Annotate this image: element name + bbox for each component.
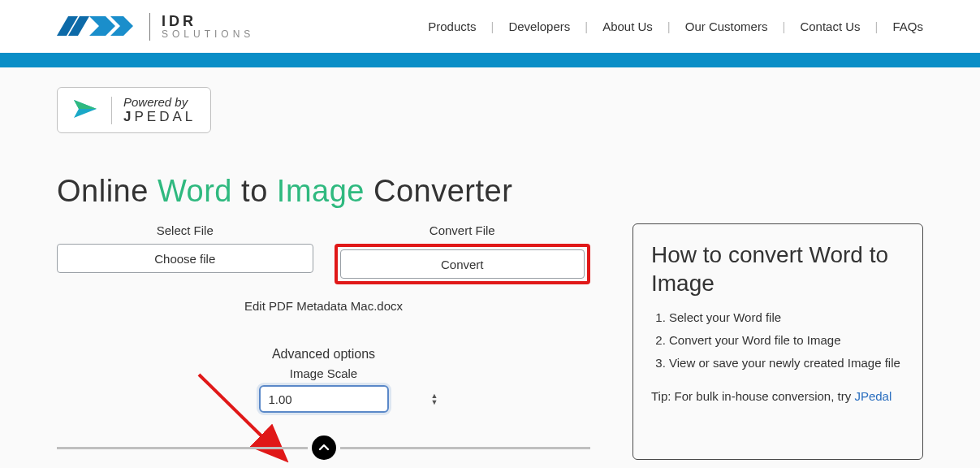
- advanced-options: Advanced options Image Scale ▲▼: [57, 347, 590, 413]
- howto-steps: Select your Word file Convert your Word …: [651, 309, 904, 371]
- chevron-up-icon: [317, 441, 330, 454]
- powered-prefix: J: [123, 109, 134, 124]
- page-title: Online Word to Image Converter: [57, 174, 923, 209]
- nav-faqs[interactable]: FAQs: [892, 20, 923, 33]
- section-divider: [57, 436, 590, 460]
- powered-line1: Powered by: [123, 96, 196, 110]
- stepper-arrows-icon[interactable]: ▲▼: [431, 392, 442, 405]
- nav-sep: |: [875, 20, 879, 33]
- converter-panel: Select File Choose file Convert File Con…: [57, 223, 590, 460]
- howto-step: Select your Word file: [669, 309, 904, 327]
- collapse-toggle-button[interactable]: [312, 436, 336, 460]
- howto-tip: Tip: For bulk in-house conversion, try J…: [651, 389, 904, 403]
- site-header: IDR SOLUTIONS Products | Developers | Ab…: [0, 0, 980, 53]
- howto-title: How to convert Word to Image: [651, 240, 904, 297]
- nav-sep: |: [782, 20, 785, 33]
- powered-by-badge[interactable]: Powered by JPEDAL: [57, 87, 211, 133]
- brand-mark-icon: [57, 13, 138, 41]
- accent-bar: [0, 53, 980, 67]
- main-nav: Products | Developers | About Us | Our C…: [428, 20, 923, 33]
- convert-file-label: Convert File: [335, 223, 591, 237]
- choose-file-button[interactable]: Choose file: [57, 244, 313, 273]
- svg-marker-2: [89, 16, 115, 36]
- howto-sidebar: How to convert Word to Image Select your…: [632, 223, 923, 460]
- image-scale-label: Image Scale: [57, 366, 590, 380]
- brand-logo[interactable]: IDR SOLUTIONS: [57, 13, 254, 41]
- page-content: Powered by JPEDAL Online Word to Image C…: [0, 67, 980, 468]
- convert-highlight: Convert: [335, 244, 591, 284]
- jpedal-icon: [72, 97, 100, 124]
- jpedal-link[interactable]: JPedal: [854, 389, 891, 403]
- nav-sep: |: [490, 20, 494, 33]
- selected-filename: Edit PDF Metadata Mac.docx: [57, 299, 590, 313]
- howto-step: Convert your Word file to Image: [669, 332, 904, 349]
- svg-marker-5: [74, 100, 97, 109]
- image-scale-input[interactable]: [261, 392, 431, 406]
- image-scale-stepper[interactable]: ▲▼: [259, 385, 389, 413]
- nav-customers[interactable]: Our Customers: [685, 20, 768, 33]
- brand-line1: IDR: [162, 14, 254, 29]
- nav-products[interactable]: Products: [428, 20, 476, 33]
- howto-step: View or save your newly created Image fi…: [669, 354, 904, 372]
- nav-sep: |: [585, 20, 588, 33]
- nav-sep: |: [667, 20, 671, 33]
- brand-text: IDR SOLUTIONS: [162, 14, 254, 39]
- nav-about[interactable]: About Us: [602, 20, 653, 33]
- divider: [111, 97, 112, 124]
- nav-contact[interactable]: Contact Us: [800, 20, 860, 33]
- nav-developers[interactable]: Developers: [508, 20, 570, 33]
- brand-line2: SOLUTIONS: [162, 29, 254, 40]
- powered-text: Powered by JPEDAL: [123, 96, 196, 124]
- divider: [149, 13, 150, 41]
- powered-rest: PEDAL: [134, 109, 196, 124]
- select-file-label: Select File: [57, 223, 313, 237]
- advanced-label: Advanced options: [57, 347, 590, 362]
- convert-button[interactable]: Convert: [340, 249, 585, 279]
